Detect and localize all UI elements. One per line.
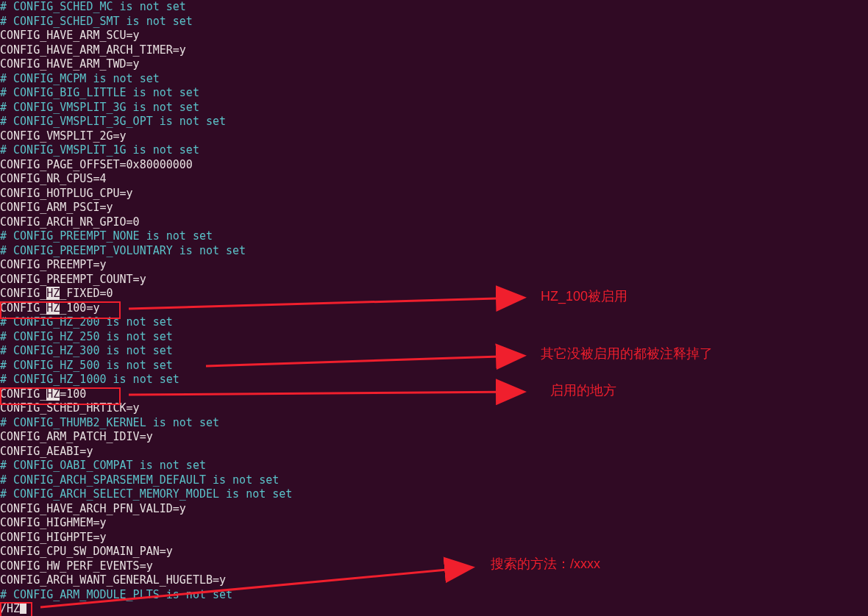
cursor [20, 602, 26, 614]
config-line: # CONFIG_MCPM is not set [0, 72, 868, 87]
config-line: CONFIG_HOTPLUG_CPU=y [0, 187, 868, 201]
config-line: CONFIG_PREEMPT=y [0, 258, 868, 273]
config-line: CONFIG_PAGE_OFFSET=0x80000000 [0, 158, 868, 173]
terminal-output: # CONFIG_SCHED_MC is not set# CONFIG_SCH… [0, 0, 868, 616]
config-line: # CONFIG_VMSPLIT_1G is not set [0, 143, 868, 158]
config-line: CONFIG_CPU_SW_DOMAIN_PAN=y [0, 545, 868, 559]
search-line[interactable]: /HZ [0, 602, 868, 616]
config-line: # CONFIG_BIG_LITTLE is not set [0, 86, 868, 101]
config-line: CONFIG_HIGHPTE=y [0, 531, 868, 545]
annotation-3: 启用的地方 [550, 384, 616, 398]
config-line: # CONFIG_HZ_250 is not set [0, 330, 868, 345]
annotation-2: 其它没被启用的都被注释掉了 [541, 347, 713, 362]
config-line: CONFIG_HZ=100 [0, 387, 868, 402]
config-line: # CONFIG_ARCH_SPARSEMEM_DEFAULT is not s… [0, 473, 868, 488]
config-line: # CONFIG_SCHED_SMT is not set [0, 15, 868, 29]
config-line: CONFIG_ARM_PSCI=y [0, 201, 868, 215]
config-line: # CONFIG_THUMB2_KERNEL is not set [0, 416, 868, 431]
config-line: CONFIG_ARCH_NR_GPIO=0 [0, 215, 868, 230]
config-line: CONFIG_SCHED_HRTICK=y [0, 401, 868, 416]
config-line: # CONFIG_HZ_500 is not set [0, 359, 868, 373]
config-line: CONFIG_PREEMPT_COUNT=y [0, 273, 868, 287]
annotation-4: 搜索的方法：/xxxx [491, 557, 600, 572]
config-line: # CONFIG_ARM_MODULE_PLTS is not set [0, 588, 868, 603]
config-line: CONFIG_AEABI=y [0, 445, 868, 459]
config-line: # CONFIG_VMSPLIT_3G_OPT is not set [0, 115, 868, 129]
config-line: # CONFIG_ARCH_SELECT_MEMORY_MODEL is not… [0, 487, 868, 502]
config-line: # CONFIG_HZ_300 is not set [0, 344, 868, 359]
config-line: CONFIG_HIGHMEM=y [0, 516, 868, 531]
config-line: CONFIG_HAVE_ARCH_PFN_VALID=y [0, 502, 868, 517]
config-line: CONFIG_HZ_FIXED=0 [0, 287, 868, 301]
config-line: # CONFIG_HZ_1000 is not set [0, 373, 868, 387]
config-line: CONFIG_HAVE_ARM_ARCH_TIMER=y [0, 43, 868, 58]
config-line: CONFIG_ARM_PATCH_IDIV=y [0, 430, 868, 445]
config-line: CONFIG_ARCH_WANT_GENERAL_HUGETLB=y [0, 573, 868, 588]
config-line: # CONFIG_HZ_200 is not set [0, 315, 868, 330]
config-line: CONFIG_HAVE_ARM_TWD=y [0, 57, 868, 72]
config-line: # CONFIG_OABI_COMPAT is not set [0, 459, 868, 473]
annotation-1: HZ_100被启用 [541, 290, 627, 304]
config-line: CONFIG_HZ_100=y [0, 301, 868, 316]
config-line: # CONFIG_PREEMPT_VOLUNTARY is not set [0, 244, 868, 259]
config-line: CONFIG_NR_CPUS=4 [0, 172, 868, 187]
config-line: # CONFIG_PREEMPT_NONE is not set [0, 229, 868, 244]
config-line: CONFIG_HAVE_ARM_SCU=y [0, 29, 868, 43]
config-line: CONFIG_HW_PERF_EVENTS=y [0, 559, 868, 574]
config-line: # CONFIG_SCHED_MC is not set [0, 0, 868, 15]
config-line: # CONFIG_VMSPLIT_3G is not set [0, 101, 868, 115]
config-line: CONFIG_VMSPLIT_2G=y [0, 129, 868, 144]
